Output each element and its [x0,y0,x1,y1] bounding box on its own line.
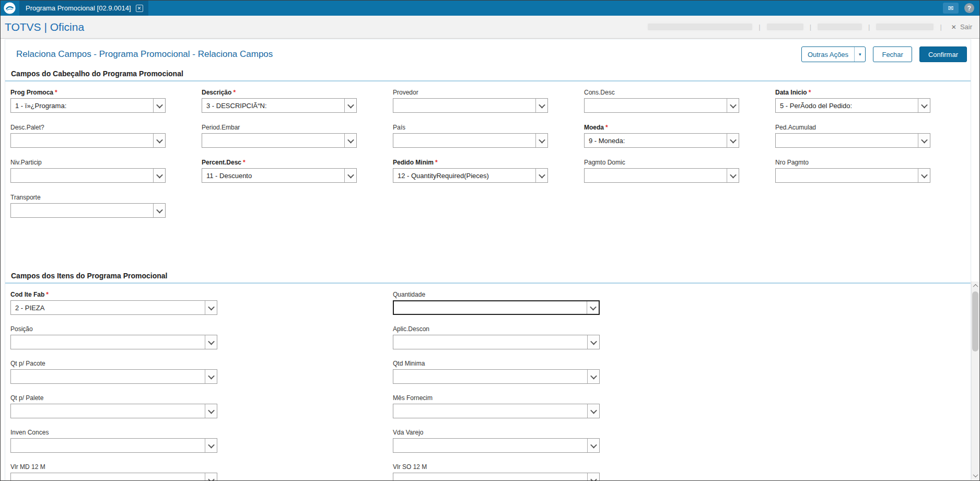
chevron-down-icon[interactable] [205,301,217,314]
chevron-down-icon[interactable] [727,169,739,182]
combo-descricao[interactable]: 3 - DESCRIPCIÃ“N: [202,98,357,113]
combo-value [11,370,205,383]
fechar-label: Fechar [882,51,903,58]
combo-qt-p-palete[interactable] [10,404,217,418]
combo-value [11,473,205,481]
tab-programa-promocional[interactable]: Programa Promocional [02.9.0014] ✕ [19,1,148,16]
combo-pedido-minim[interactable]: 12 - QuantityRequired(Pieces) [393,168,548,183]
combo-value [393,404,587,418]
combo-transporte[interactable] [10,203,166,218]
chevron-down-icon[interactable] [205,370,217,383]
chevron-down-icon[interactable] [587,473,599,481]
confirmar-button[interactable]: Confirmar [919,46,967,62]
combo-aplic-descon[interactable] [393,335,600,349]
combo-vlr-md-12-m[interactable] [10,473,217,481]
chevron-down-icon[interactable] [535,169,547,182]
topbar-actions: ✉ ? [943,1,974,16]
combo-pais[interactable] [393,133,548,148]
chevron-down-icon[interactable] [344,134,356,147]
combo-value [394,301,587,314]
chevron-down-icon[interactable] [587,404,599,418]
combo-vlr-so-12-m[interactable] [393,473,600,481]
chevron-down-icon[interactable] [153,169,165,182]
app-header: TOTVS | Oficina | | | | ✕ Sair [1,16,979,39]
chevron-down-icon[interactable] [587,335,599,349]
chevron-down-icon[interactable] [535,99,547,112]
help-icon[interactable]: ? [964,3,974,13]
field-prog-promoca: Prog Promoca * 1 - ï»¿Programa: [10,88,166,113]
field-label: Transporte [10,194,41,201]
chevron-down-icon[interactable] [344,169,356,182]
fechar-button[interactable]: Fechar [873,46,912,62]
scroll-up-icon[interactable] [972,281,979,290]
chevron-down-icon[interactable] [153,134,165,147]
combo-qt-p-pacote[interactable] [10,369,217,384]
chevron-down-icon[interactable] [205,439,217,452]
chevron-down-icon[interactable] [344,99,356,112]
mail-icon[interactable]: ✉ [943,3,959,14]
chevron-down-icon[interactable] [205,404,217,418]
sair-label: Sair [960,23,972,31]
scrollbar-thumb[interactable] [972,291,978,351]
sair-button[interactable]: ✕ Sair [948,23,972,31]
required-asterisk: * [809,89,811,96]
combo-cons-desc[interactable] [584,98,739,113]
chevron-down-icon[interactable] [587,301,599,314]
combo-ped-acumulad[interactable] [775,133,930,148]
chevron-down-icon[interactable] [535,134,547,147]
chevron-down-icon[interactable] [918,99,930,112]
vertical-scrollbar[interactable] [971,281,979,480]
field-label: Cod Ite Fab [10,291,44,298]
chevron-down-icon[interactable] [727,99,739,112]
combo-value [393,335,587,349]
scroll-down-icon[interactable] [972,471,979,480]
field-ped-acumulad: Ped.Acumulad [775,123,930,148]
combo-percent-desc[interactable]: 11 - Descuento [202,168,357,183]
chevron-down-icon[interactable] [727,134,739,147]
tab-close-icon[interactable]: ✕ [136,5,143,12]
combo-qtd-minima[interactable] [393,369,600,384]
combo-provedor[interactable] [393,98,548,113]
field-pagmto-domic: Pagmto Domic [584,158,739,183]
field-desc-palet: Desc.Palet? [10,123,166,148]
field-cod-ite-fab: Cod Ite Fab * 2 - PIEZA [10,290,217,315]
combo-posicao[interactable] [10,335,217,349]
divider: | [759,23,760,31]
combo-vda-varejo[interactable] [393,438,600,453]
combo-quantidade[interactable] [393,300,600,315]
chevron-down-icon[interactable] [153,204,165,217]
chevron-down-icon[interactable] [205,335,217,349]
combo-value [585,99,727,112]
combo-moeda[interactable]: 9 - Moneda: [584,133,739,148]
chevron-down-icon[interactable] [153,99,165,112]
chevron-down-icon[interactable] [587,439,599,452]
chevron-down-icon[interactable] [587,370,599,383]
combo-value: 9 - Moneda: [585,134,727,147]
field-niv-particip: Niv.Particip [10,158,166,183]
combo-nro-pagmto[interactable] [775,168,930,183]
field-label: Mês Fornecim [393,394,433,402]
combo-prog-promoca[interactable]: 1 - ï»¿Programa: [10,98,166,113]
chevron-down-icon[interactable] [205,473,217,481]
chevron-down-icon[interactable] [918,134,930,147]
combo-mes-fornecim[interactable] [393,404,600,418]
combo-desc-palet[interactable] [10,133,166,148]
combo-cod-ite-fab[interactable]: 2 - PIEZA [10,300,217,315]
required-asterisk: * [233,89,236,96]
field-nro-pagmto: Nro Pagmto [775,158,930,183]
combo-data-inicio[interactable]: 5 - PerÃodo del Pedido: [775,98,930,113]
chevron-down-icon[interactable] [918,169,930,182]
field-label: Posição [10,325,33,333]
field-qt-p-pacote: Qt p/ Pacote [10,359,217,384]
field-label: Data Inicio [775,89,807,96]
field-pedido-minim: Pedido Minim * 12 - QuantityRequired(Pie… [393,158,548,183]
outras-acoes-button[interactable]: Outras Ações ▾ [801,46,866,62]
brand-title: TOTVS | Oficina [5,21,84,33]
combo-pagmto-domic[interactable] [584,168,739,183]
field-label: Descrição [202,89,231,96]
combo-niv-particip[interactable] [10,168,166,183]
field-label: Qt p/ Palete [10,394,43,402]
combo-value: 3 - DESCRIPCIÃ“N: [202,99,344,112]
combo-period-embar[interactable] [202,133,357,148]
combo-inven-conces[interactable] [10,438,217,453]
